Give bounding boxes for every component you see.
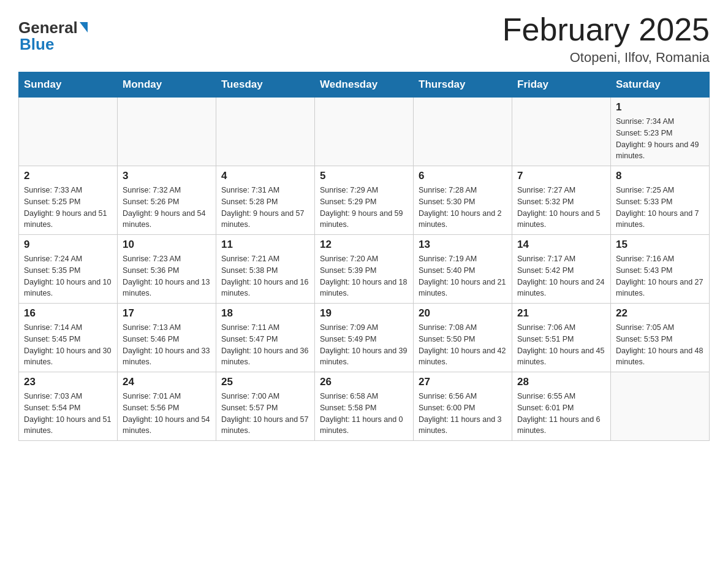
calendar-header-saturday: Saturday: [611, 72, 710, 98]
day-number: 12: [320, 239, 408, 251]
day-number: 9: [24, 239, 112, 251]
day-number: 28: [517, 376, 605, 388]
day-info: Sunrise: 7:33 AMSunset: 5:25 PMDaylight:…: [24, 185, 112, 231]
calendar-cell: 12Sunrise: 7:20 AMSunset: 5:39 PMDayligh…: [315, 235, 414, 304]
day-info: Sunrise: 7:21 AMSunset: 5:38 PMDaylight:…: [221, 253, 309, 299]
day-info: Sunrise: 7:09 AMSunset: 5:49 PMDaylight:…: [320, 322, 408, 368]
day-number: 8: [616, 170, 704, 182]
week-row-5: 23Sunrise: 7:03 AMSunset: 5:54 PMDayligh…: [19, 372, 710, 441]
calendar-cell: 7Sunrise: 7:27 AMSunset: 5:32 PMDaylight…: [512, 166, 611, 235]
day-number: 21: [517, 307, 605, 320]
calendar-cell: 20Sunrise: 7:08 AMSunset: 5:50 PMDayligh…: [414, 304, 512, 372]
day-number: 24: [123, 376, 211, 388]
calendar-cell: 17Sunrise: 7:13 AMSunset: 5:46 PMDayligh…: [118, 304, 216, 372]
week-row-1: 1Sunrise: 7:34 AMSunset: 5:23 PMDaylight…: [19, 98, 710, 166]
page-header: General Blue February 2025 Otopeni, Ilfo…: [18, 12, 710, 66]
day-info: Sunrise: 7:23 AMSunset: 5:36 PMDaylight:…: [123, 253, 211, 299]
day-info: Sunrise: 7:31 AMSunset: 5:28 PMDaylight:…: [221, 185, 309, 231]
day-info: Sunrise: 7:29 AMSunset: 5:29 PMDaylight:…: [320, 185, 408, 231]
day-number: 3: [123, 170, 211, 182]
day-info: Sunrise: 7:28 AMSunset: 5:30 PMDaylight:…: [419, 185, 507, 231]
calendar-cell: 22Sunrise: 7:05 AMSunset: 5:53 PMDayligh…: [611, 304, 710, 372]
day-info: Sunrise: 7:00 AMSunset: 5:57 PMDaylight:…: [221, 391, 309, 437]
calendar-cell: [19, 98, 118, 166]
day-info: Sunrise: 7:16 AMSunset: 5:43 PMDaylight:…: [616, 253, 704, 299]
day-info: Sunrise: 7:34 AMSunset: 5:23 PMDaylight:…: [616, 116, 704, 162]
calendar-cell: 6Sunrise: 7:28 AMSunset: 5:30 PMDaylight…: [414, 166, 512, 235]
calendar-table: SundayMondayTuesdayWednesdayThursdayFrid…: [18, 72, 710, 441]
calendar-cell: [512, 98, 611, 166]
day-info: Sunrise: 7:19 AMSunset: 5:40 PMDaylight:…: [419, 253, 507, 299]
calendar-cell: 13Sunrise: 7:19 AMSunset: 5:40 PMDayligh…: [414, 235, 512, 304]
calendar-cell: [611, 372, 710, 441]
logo-blue-text: Blue: [20, 35, 54, 54]
calendar-cell: [315, 98, 414, 166]
day-number: 2: [24, 170, 112, 182]
calendar-header-thursday: Thursday: [414, 72, 512, 98]
calendar-cell: 21Sunrise: 7:06 AMSunset: 5:51 PMDayligh…: [512, 304, 611, 372]
calendar-cell: 11Sunrise: 7:21 AMSunset: 5:38 PMDayligh…: [216, 235, 315, 304]
day-info: Sunrise: 7:27 AMSunset: 5:32 PMDaylight:…: [517, 185, 605, 231]
day-number: 13: [419, 239, 507, 251]
day-number: 14: [517, 239, 605, 251]
calendar-cell: 16Sunrise: 7:14 AMSunset: 5:45 PMDayligh…: [19, 304, 118, 372]
week-row-4: 16Sunrise: 7:14 AMSunset: 5:45 PMDayligh…: [19, 304, 710, 372]
calendar-cell: [118, 98, 216, 166]
calendar-header-wednesday: Wednesday: [315, 72, 414, 98]
day-info: Sunrise: 7:24 AMSunset: 5:35 PMDaylight:…: [24, 253, 112, 299]
day-number: 16: [24, 307, 112, 320]
calendar-cell: 15Sunrise: 7:16 AMSunset: 5:43 PMDayligh…: [611, 235, 710, 304]
calendar-header-row: SundayMondayTuesdayWednesdayThursdayFrid…: [19, 72, 710, 98]
day-info: Sunrise: 6:56 AMSunset: 6:00 PMDaylight:…: [419, 391, 507, 437]
day-number: 15: [616, 239, 704, 251]
day-number: 1: [616, 101, 704, 113]
day-info: Sunrise: 7:11 AMSunset: 5:47 PMDaylight:…: [221, 322, 309, 368]
day-number: 7: [517, 170, 605, 182]
calendar-cell: [216, 98, 315, 166]
day-info: Sunrise: 7:17 AMSunset: 5:42 PMDaylight:…: [517, 253, 605, 299]
day-info: Sunrise: 7:13 AMSunset: 5:46 PMDaylight:…: [123, 322, 211, 368]
day-info: Sunrise: 7:20 AMSunset: 5:39 PMDaylight:…: [320, 253, 408, 299]
day-number: 10: [123, 239, 211, 251]
calendar-cell: 2Sunrise: 7:33 AMSunset: 5:25 PMDaylight…: [19, 166, 118, 235]
day-info: Sunrise: 7:03 AMSunset: 5:54 PMDaylight:…: [24, 391, 112, 437]
day-info: Sunrise: 7:25 AMSunset: 5:33 PMDaylight:…: [616, 185, 704, 231]
day-info: Sunrise: 6:58 AMSunset: 5:58 PMDaylight:…: [320, 391, 408, 437]
calendar-cell: 25Sunrise: 7:00 AMSunset: 5:57 PMDayligh…: [216, 372, 315, 441]
day-number: 25: [221, 376, 309, 388]
calendar-cell: 8Sunrise: 7:25 AMSunset: 5:33 PMDaylight…: [611, 166, 710, 235]
title-block: February 2025 Otopeni, Ilfov, Romania: [502, 12, 710, 66]
calendar-cell: 5Sunrise: 7:29 AMSunset: 5:29 PMDaylight…: [315, 166, 414, 235]
day-number: 26: [320, 376, 408, 388]
day-number: 4: [221, 170, 309, 182]
calendar-cell: 4Sunrise: 7:31 AMSunset: 5:28 PMDaylight…: [216, 166, 315, 235]
calendar-cell: 28Sunrise: 6:55 AMSunset: 6:01 PMDayligh…: [512, 372, 611, 441]
day-number: 19: [320, 307, 408, 320]
day-info: Sunrise: 7:01 AMSunset: 5:56 PMDaylight:…: [123, 391, 211, 437]
day-info: Sunrise: 7:08 AMSunset: 5:50 PMDaylight:…: [419, 322, 507, 368]
calendar-header-monday: Monday: [118, 72, 216, 98]
calendar-header-sunday: Sunday: [19, 72, 118, 98]
calendar-cell: 23Sunrise: 7:03 AMSunset: 5:54 PMDayligh…: [19, 372, 118, 441]
calendar-cell: 3Sunrise: 7:32 AMSunset: 5:26 PMDaylight…: [118, 166, 216, 235]
logo: General Blue: [18, 18, 88, 54]
calendar-cell: 18Sunrise: 7:11 AMSunset: 5:47 PMDayligh…: [216, 304, 315, 372]
day-info: Sunrise: 7:05 AMSunset: 5:53 PMDaylight:…: [616, 322, 704, 368]
day-info: Sunrise: 7:06 AMSunset: 5:51 PMDaylight:…: [517, 322, 605, 368]
day-number: 27: [419, 376, 507, 388]
calendar-cell: 24Sunrise: 7:01 AMSunset: 5:56 PMDayligh…: [118, 372, 216, 441]
calendar-cell: 14Sunrise: 7:17 AMSunset: 5:42 PMDayligh…: [512, 235, 611, 304]
day-number: 22: [616, 307, 704, 320]
day-number: 5: [320, 170, 408, 182]
calendar-cell: 10Sunrise: 7:23 AMSunset: 5:36 PMDayligh…: [118, 235, 216, 304]
location-subtitle: Otopeni, Ilfov, Romania: [502, 50, 710, 66]
day-number: 6: [419, 170, 507, 182]
week-row-2: 2Sunrise: 7:33 AMSunset: 5:25 PMDaylight…: [19, 166, 710, 235]
day-number: 11: [221, 239, 309, 251]
day-info: Sunrise: 7:32 AMSunset: 5:26 PMDaylight:…: [123, 185, 211, 231]
calendar-cell: 9Sunrise: 7:24 AMSunset: 5:35 PMDaylight…: [19, 235, 118, 304]
month-title: February 2025: [502, 12, 710, 47]
calendar-cell: 1Sunrise: 7:34 AMSunset: 5:23 PMDaylight…: [611, 98, 710, 166]
calendar-header-friday: Friday: [512, 72, 611, 98]
week-row-3: 9Sunrise: 7:24 AMSunset: 5:35 PMDaylight…: [19, 235, 710, 304]
